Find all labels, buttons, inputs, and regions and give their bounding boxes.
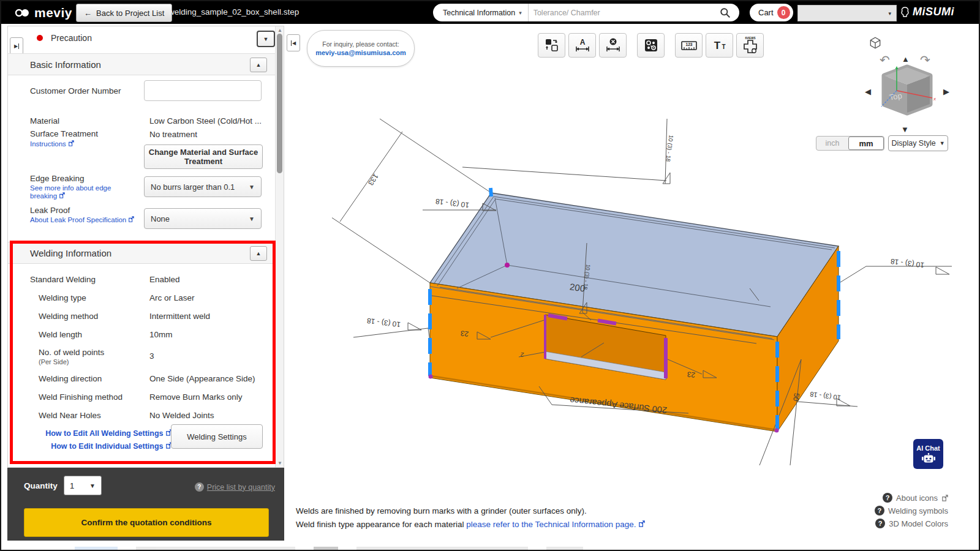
external-link-icon bbox=[128, 216, 134, 222]
weld-spec-annotation: 10 (3) - 18 bbox=[435, 197, 470, 210]
customer-order-input[interactable] bbox=[144, 80, 262, 101]
welding-symbols-label: Welding symbols bbox=[888, 506, 948, 515]
welding-row-label: Welding type bbox=[39, 293, 86, 302]
delete-dimension-button[interactable] bbox=[599, 33, 627, 58]
technical-information-link[interactable]: please refer to the Technical Informatio… bbox=[466, 520, 636, 529]
instructions-link[interactable]: Instructions bbox=[30, 140, 137, 148]
precaution-expand-button[interactable]: ▼ bbox=[257, 31, 275, 47]
weld-note-prefix: Weld finish type appearance for each mat… bbox=[296, 520, 464, 529]
weld-finish-notes: Welds are finished by removing burn mark… bbox=[296, 504, 645, 531]
weld-note-line2: Weld finish type appearance for each mat… bbox=[296, 518, 645, 531]
model-colors-label: 3D Model Colors bbox=[889, 519, 948, 528]
inquiry-email-link[interactable]: meviy-usa@misumiusa.com bbox=[315, 49, 406, 56]
welding-information-collapse-button[interactable]: ▲ bbox=[250, 246, 267, 261]
welding-row-value: 3 bbox=[149, 351, 154, 361]
welding-row-label: Weld length bbox=[39, 330, 82, 339]
rotate-object-button[interactable] bbox=[538, 33, 565, 58]
meviy-logo-icon bbox=[15, 9, 31, 17]
chevron-up-icon: ▲ bbox=[256, 250, 262, 257]
weld-note-line1: Welds are finished by removing burn mark… bbox=[296, 504, 645, 518]
measure-ruler-icon: 123 bbox=[680, 37, 698, 53]
ai-chat-button[interactable]: AI Chat bbox=[913, 439, 943, 469]
six-views-icon: 6VIEWS bbox=[741, 36, 760, 54]
header-select[interactable]: ▾ bbox=[797, 5, 897, 21]
chevron-down-icon: ▼ bbox=[249, 216, 255, 222]
six-views-button[interactable]: 6VIEWS bbox=[736, 33, 764, 58]
edge-breaking-label: Edge Breaking bbox=[30, 174, 85, 183]
welding-row-label: Weld Near Holes bbox=[39, 411, 101, 420]
quantity-panel: Quantity 1 ▼ ? Price list by quantity Co… bbox=[7, 468, 284, 541]
question-icon: ? bbox=[875, 519, 885, 528]
rotate-object-icon bbox=[544, 37, 560, 53]
about-icons-label: About icons bbox=[896, 493, 938, 503]
sidebar-scrollbar-thumb[interactable] bbox=[277, 34, 282, 173]
chevron-down-icon: ▼ bbox=[249, 184, 255, 190]
misumi-logo: MiSUMi bbox=[900, 6, 954, 18]
external-link-icon bbox=[59, 192, 65, 198]
welding-row-value: Enabled bbox=[149, 275, 180, 284]
isometric-view-icon[interactable] bbox=[869, 36, 882, 50]
confirm-quotation-button[interactable]: Confirm the quotation conditions bbox=[24, 508, 269, 537]
edit-all-welding-link[interactable]: How to Edit All Welding Settings bbox=[32, 429, 172, 438]
about-icons-link[interactable]: ? About icons bbox=[883, 493, 948, 503]
model-viewport[interactable]: 10 (3) - 18 133 200 10 (3) - 18 23 2 23 … bbox=[332, 93, 969, 479]
chevron-up-icon: ▲ bbox=[256, 62, 262, 68]
misumi-logo-text: MiSUMi bbox=[913, 6, 954, 18]
panel-collapse-button[interactable]: ◀ bbox=[287, 34, 300, 51]
top-bar: meviy ← Back to Project List welding_sam… bbox=[1, 1, 979, 24]
hole-information-button[interactable] bbox=[637, 33, 665, 58]
rotate-up-icon[interactable]: ▲ bbox=[902, 54, 910, 64]
collapse-left-icon: ◀ bbox=[291, 40, 296, 46]
measure-button[interactable]: 123 bbox=[675, 33, 703, 58]
misumi-logo-icon bbox=[900, 7, 910, 17]
search-icon[interactable] bbox=[720, 7, 731, 18]
change-material-button[interactable]: Change Material and Surface Treatment bbox=[144, 144, 263, 169]
cutoff-legend-strip bbox=[75, 547, 908, 550]
back-button-label: Back to Project List bbox=[96, 9, 164, 18]
scroll-down-icon[interactable]: ▼ bbox=[276, 460, 284, 466]
welding-symbols-link[interactable]: ? Welding symbols bbox=[875, 506, 948, 515]
basic-information-title: Basic Information bbox=[30, 59, 101, 70]
meviy-logo[interactable]: meviy bbox=[15, 6, 72, 20]
file-name: welding_sample_02_box_shell.step bbox=[168, 7, 299, 17]
cart-label: Cart bbox=[758, 8, 774, 17]
ai-chat-label: AI Chat bbox=[916, 444, 940, 452]
welding-settings-button[interactable]: Welding Settings bbox=[171, 424, 263, 449]
model-colors-link[interactable]: ? 3D Model Colors bbox=[875, 519, 948, 528]
help-links: ? About icons ? Welding symbols ? 3D Mod… bbox=[875, 493, 948, 528]
back-to-project-list-button[interactable]: ← Back to Project List bbox=[76, 4, 172, 22]
cart-button[interactable]: Cart 0 bbox=[750, 4, 793, 21]
search-category-dropdown[interactable]: Technical Information ▾ bbox=[433, 4, 529, 21]
six-views-label: 6VIEWS bbox=[745, 37, 755, 40]
back-arrow-icon: ← bbox=[84, 9, 92, 18]
edit-individual-welding-link[interactable]: How to Edit Individual Settings bbox=[32, 442, 172, 451]
sidebar-scrollbar[interactable]: ▲ ▼ bbox=[275, 26, 284, 467]
edge-breaking-info-link[interactable]: See more info about edge breaking bbox=[30, 184, 137, 200]
welding-row-value: 10mm bbox=[149, 330, 173, 339]
welding-row-value: No Welded Joints bbox=[149, 411, 214, 420]
per-side-note: (Per Side) bbox=[39, 358, 69, 365]
sidebar-collapse-handle[interactable]: ▶ bbox=[10, 37, 23, 54]
quantity-select[interactable]: 1 ▼ bbox=[64, 476, 102, 495]
edge-breaking-dropdown[interactable]: No burrs larger than 0.1 ▼ bbox=[144, 176, 262, 197]
quantity-value: 1 bbox=[70, 481, 74, 490]
basic-information-collapse-button[interactable]: ▲ bbox=[250, 58, 267, 72]
welding-information-header[interactable]: Welding Information ▲ bbox=[8, 242, 276, 264]
welding-row-value: One Side (Appearance Side) bbox=[149, 374, 255, 383]
delete-dimension-icon bbox=[605, 37, 621, 53]
text-size-button[interactable]: TT bbox=[706, 33, 733, 58]
surface-treatment-label: Surface Treatment bbox=[30, 129, 98, 138]
search-input[interactable] bbox=[529, 9, 720, 17]
customer-order-label: Customer Order Number bbox=[30, 86, 121, 96]
leak-proof-info-link[interactable]: About Leak Proof Specification bbox=[30, 216, 137, 224]
leak-proof-value: None bbox=[151, 214, 170, 223]
leak-proof-dropdown[interactable]: None ▼ bbox=[144, 208, 262, 229]
price-list-link[interactable]: ? Price list by quantity bbox=[195, 482, 275, 492]
font-small-letter: T bbox=[722, 43, 725, 50]
dimension-text-button[interactable]: A bbox=[568, 33, 596, 58]
welding-row-label: Standard Welding bbox=[30, 275, 96, 284]
basic-information-header[interactable]: Basic Information ▲ bbox=[8, 53, 276, 75]
hole-information-icon bbox=[643, 37, 659, 53]
scroll-up-icon[interactable]: ▲ bbox=[276, 28, 284, 33]
inquiry-text: For inquiry, please contact: bbox=[322, 40, 399, 48]
